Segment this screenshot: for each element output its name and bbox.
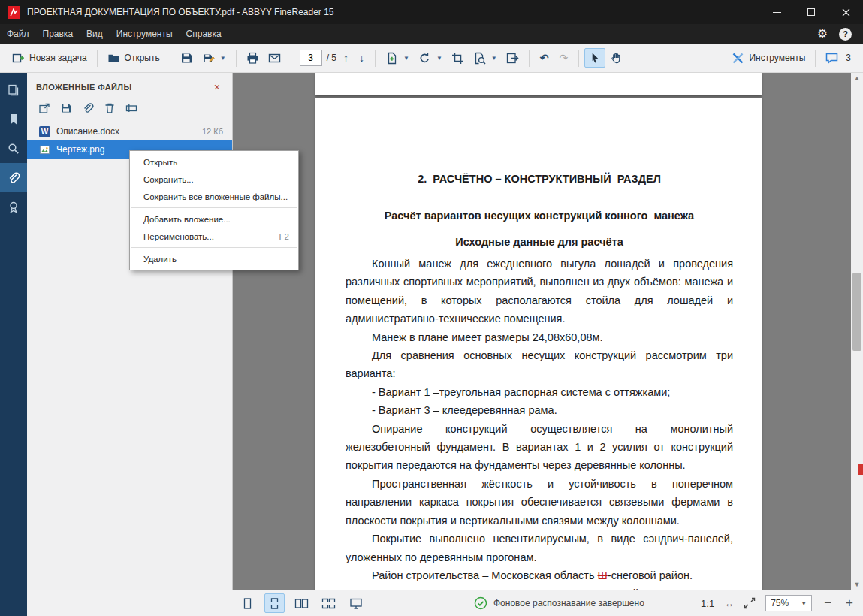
previous-page-button[interactable]: ↑ (338, 50, 354, 66)
document-page: 2. РАСЧЁТНО – КОНСТРУКТИВНЫЙ РАЗДЕЛ Расч… (315, 98, 762, 590)
context-menu-label: Добавить вложение... (143, 215, 231, 224)
context-menu-rename[interactable]: Переименовать...F2 (130, 228, 298, 245)
context-menu-save[interactable]: Сохранить... (130, 171, 298, 188)
save-as-dropdown-caret: ▼ (220, 55, 226, 62)
undo-button[interactable]: ↶ (535, 50, 554, 66)
hand-tool-button[interactable] (605, 48, 626, 68)
tools-button[interactable]: Инструменты (727, 48, 810, 68)
email-icon (268, 52, 281, 65)
sidebar-search-button[interactable] (0, 134, 27, 163)
new-task-label: Новая задача (29, 53, 87, 63)
open-label: Открыть (125, 53, 160, 63)
abbyy-logo-icon (8, 6, 20, 19)
doc-paragraph-region: Район строительства – Московская область… (346, 566, 733, 584)
delete-attachment-trash-icon[interactable] (104, 102, 116, 114)
menu-help[interactable]: Справка (180, 25, 228, 43)
pages-icon (7, 83, 20, 97)
context-menu-add-attachment[interactable]: Добавить вложение... (130, 210, 298, 228)
preview-zoom-button[interactable]: ▼ (469, 48, 502, 68)
pointer-tool-button[interactable] (584, 48, 605, 68)
background-recognition-status: Фоновое распознавание завершено (474, 596, 644, 610)
zoom-out-button[interactable]: − (822, 596, 834, 611)
attachments-toolbar (27, 97, 232, 122)
new-task-button[interactable]: Новая задача (8, 48, 92, 68)
toolbar-right-group: Инструменты 3 (727, 48, 855, 68)
page-magnifier-icon (473, 52, 486, 65)
help-icon[interactable]: ? (839, 28, 852, 41)
zoom-level-select[interactable]: 75% ▼ (765, 595, 812, 611)
attachments-panel-close-icon[interactable]: × (211, 82, 223, 92)
two-page-view-button[interactable] (291, 593, 312, 613)
redo-button[interactable]: ↷ (554, 50, 574, 66)
email-button[interactable] (264, 48, 285, 68)
print-icon (246, 52, 259, 65)
next-page-button[interactable]: ↓ (354, 50, 370, 66)
toolbar-separator (375, 50, 376, 67)
minimize-button[interactable] (759, 0, 794, 24)
fit-screen-button[interactable] (744, 597, 756, 609)
menu-view[interactable]: Вид (80, 25, 110, 43)
close-icon (842, 8, 850, 17)
rename-attachment-icon[interactable] (125, 102, 137, 114)
continuous-view-button[interactable] (264, 593, 285, 613)
doc-paragraph: Покрытие выполнено невентилируемым, в ви… (346, 530, 733, 566)
scrollbar-thumb[interactable] (852, 273, 861, 351)
add-pages-button[interactable]: ▼ (381, 48, 414, 68)
add-attachment-paperclip-icon[interactable] (82, 102, 94, 114)
doc-heading-data: Исходные данные для расчёта (346, 236, 733, 248)
single-page-view-button[interactable] (237, 593, 258, 613)
add-pages-icon (385, 52, 398, 65)
fullscreen-view-button[interactable] (346, 593, 366, 613)
menu-edit[interactable]: Правка (36, 25, 80, 43)
two-page-icon (294, 597, 309, 610)
scroll-up-arrow-icon[interactable]: ▲ (851, 73, 863, 83)
annotation-marker (858, 464, 863, 475)
doc-paragraph: - Вариант 1 –треугольная распорная систе… (346, 383, 733, 401)
add-pages-dropdown-caret: ▼ (403, 55, 409, 62)
open-attachment-icon[interactable] (38, 102, 50, 114)
zoom-dropdown-caret: ▼ (801, 600, 807, 607)
maximize-button[interactable] (794, 0, 828, 24)
menu-file[interactable]: Файл (0, 25, 36, 43)
tools-label: Инструменты (749, 53, 805, 63)
context-menu-delete[interactable]: Удалить (130, 250, 298, 267)
comments-button[interactable]: 3 (821, 48, 855, 68)
toolbar-separator (170, 50, 170, 67)
sidebar-bookmarks-button[interactable] (0, 104, 27, 134)
tools-cross-icon (732, 52, 744, 65)
screen-icon (349, 597, 363, 610)
save-as-button[interactable]: ▼ (198, 48, 231, 68)
close-button[interactable] (828, 0, 863, 24)
scroll-down-arrow-icon[interactable]: ▼ (851, 579, 863, 590)
toolbar-separator (529, 50, 530, 67)
doc-paragraph: Расчёт и конструирование несущих констру… (346, 584, 733, 590)
attachments-panel-header: ВЛОЖЕННЫЕ ФАЙЛЫ × (27, 73, 232, 97)
context-menu-save-all[interactable]: Сохранить все вложенные файлы... (130, 188, 298, 205)
open-button[interactable]: Открыть (103, 48, 164, 68)
actual-size-button[interactable]: 1:1 (701, 598, 714, 609)
sidebar-attachments-button[interactable] (0, 163, 27, 192)
menu-bar: Файл Правка Вид Инструменты Справка ⚙ ? (0, 24, 863, 44)
zoom-in-button[interactable]: + (843, 596, 855, 611)
page-total-label: / 5 (327, 53, 336, 63)
send-to-editor-button[interactable] (502, 48, 524, 68)
rotate-button[interactable]: ▼ (414, 48, 447, 68)
new-task-icon (12, 52, 25, 65)
crop-button[interactable] (447, 48, 469, 68)
sidebar-pages-button[interactable] (0, 75, 27, 104)
settings-gear-icon[interactable]: ⚙ (817, 28, 828, 40)
status-bar: Фоновое распознавание завершено 1:1 ↔ 75… (27, 590, 863, 616)
attachment-size: 12 Кб (202, 127, 223, 136)
fit-width-button[interactable]: ↔ (724, 598, 734, 609)
attachment-row-docx[interactable]: W Описание.docx 12 Кб (27, 122, 232, 140)
two-page-continuous-view-button[interactable] (318, 593, 339, 613)
save-button[interactable] (176, 48, 198, 68)
context-menu-open[interactable]: Открыть (130, 153, 298, 171)
print-button[interactable] (242, 48, 264, 68)
sidebar-signature-button[interactable] (0, 192, 27, 222)
menu-tools[interactable]: Инструменты (110, 25, 180, 43)
save-attachment-icon[interactable] (60, 102, 72, 114)
rotate-dropdown-caret: ▼ (436, 55, 442, 62)
page-number-input[interactable] (300, 50, 322, 66)
vertical-scrollbar[interactable]: ▲ ▼ (851, 73, 863, 590)
